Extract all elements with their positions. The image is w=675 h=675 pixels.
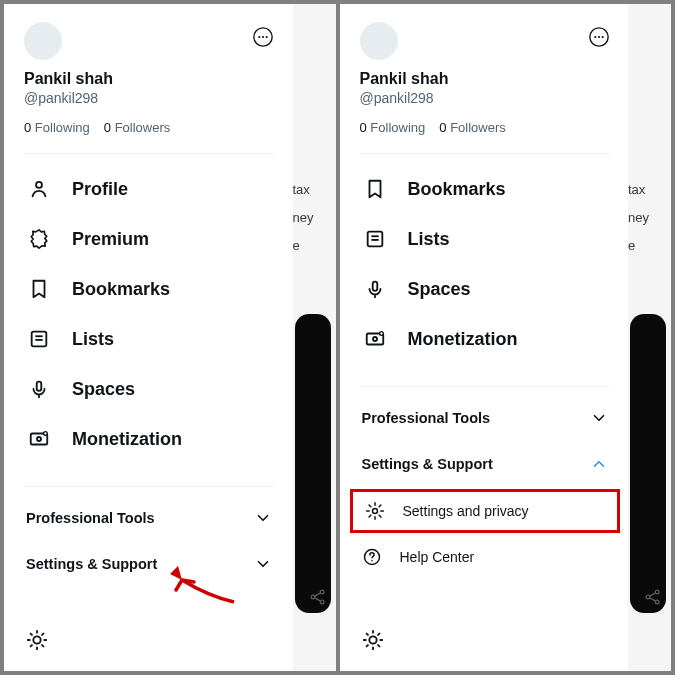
share-icon — [643, 587, 663, 607]
mic-icon — [364, 278, 386, 300]
avatar[interactable] — [24, 22, 62, 60]
chevron-down-icon — [254, 555, 272, 573]
chevron-down-icon — [254, 509, 272, 527]
svg-point-2 — [262, 36, 264, 38]
menu-item-bookmarks[interactable]: Bookmarks — [4, 264, 294, 314]
section-label: Professional Tools — [26, 510, 155, 526]
svg-point-39 — [371, 560, 373, 562]
secondary-sections: Professional Tools Settings & Support Se… — [340, 393, 630, 581]
list-icon — [364, 228, 386, 250]
settings-and-privacy[interactable]: Settings and privacy — [350, 489, 620, 533]
svg-line-52 — [650, 593, 656, 596]
menu-item-spaces[interactable]: Spaces — [4, 364, 294, 414]
display-name[interactable]: Pankil shah — [24, 70, 274, 88]
nav-drawer: Pankil shah @pankil298 0 Following 0 Fol… — [340, 4, 630, 671]
following-link[interactable]: 0 Following — [360, 120, 426, 135]
help-center[interactable]: Help Center — [340, 535, 630, 579]
user-handle: @pankil298 — [24, 90, 274, 106]
section-label: Professional Tools — [362, 410, 491, 426]
section-settings-support[interactable]: Settings & Support — [4, 541, 294, 587]
bg-text-fragment: tax — [628, 176, 671, 204]
follow-stats: 0 Following 0 Followers — [360, 120, 610, 135]
menu-label: Premium — [72, 229, 149, 250]
following-link[interactable]: 0 Following — [24, 120, 90, 135]
svg-point-35 — [372, 337, 376, 341]
display-name[interactable]: Pankil shah — [360, 70, 610, 88]
drawer-header: Pankil shah @pankil298 0 Following 0 Fol… — [4, 22, 294, 135]
followers-link[interactable]: 0 Followers — [104, 120, 170, 135]
svg-line-48 — [378, 634, 379, 635]
chevron-down-icon — [590, 409, 608, 427]
section-settings-support[interactable]: Settings & Support — [340, 441, 630, 487]
divider — [24, 486, 274, 487]
menu-label: Spaces — [408, 279, 471, 300]
svg-point-23 — [320, 600, 324, 604]
mic-icon — [28, 378, 50, 400]
svg-point-11 — [44, 432, 48, 436]
primary-menu: Profile Premium Bookmarks Lists Spaces M… — [4, 160, 294, 468]
menu-label: Lists — [408, 229, 450, 250]
help-icon — [362, 547, 382, 567]
svg-point-10 — [37, 437, 41, 441]
menu-label: Profile — [72, 179, 128, 200]
more-circle-icon — [252, 26, 274, 48]
menu-label: Bookmarks — [408, 179, 506, 200]
svg-line-53 — [650, 598, 656, 601]
divider — [24, 153, 274, 154]
svg-point-4 — [36, 182, 42, 188]
svg-point-3 — [266, 36, 268, 38]
avatar[interactable] — [360, 22, 398, 60]
theme-toggle[interactable] — [340, 621, 630, 661]
svg-point-36 — [379, 332, 383, 336]
background-content: tax ney e — [628, 4, 671, 671]
share-icon — [308, 587, 328, 607]
menu-item-bookmarks[interactable]: Bookmarks — [340, 164, 630, 214]
svg-point-21 — [311, 595, 315, 599]
svg-point-37 — [372, 509, 377, 514]
bg-text-fragment: e — [628, 232, 671, 260]
primary-menu: Bookmarks Lists Spaces Monetization — [340, 160, 630, 368]
more-accounts-button[interactable] — [252, 26, 274, 48]
svg-line-20 — [42, 634, 43, 635]
more-accounts-button[interactable] — [588, 26, 610, 48]
background-content: tax ney e — [293, 4, 336, 671]
menu-label: Bookmarks — [72, 279, 170, 300]
bookmark-icon — [364, 178, 386, 200]
svg-point-50 — [655, 590, 659, 594]
sun-icon — [26, 637, 48, 654]
menu-item-monetization[interactable]: Monetization — [4, 414, 294, 464]
menu-item-monetization[interactable]: Monetization — [340, 314, 630, 364]
svg-point-40 — [369, 636, 376, 643]
svg-point-12 — [33, 636, 40, 643]
gear-icon — [365, 501, 385, 521]
badge-icon — [28, 228, 50, 250]
bg-text-fragment: ney — [628, 204, 671, 232]
svg-line-47 — [366, 645, 367, 646]
followers-link[interactable]: 0 Followers — [439, 120, 505, 135]
bg-text-fragment: e — [293, 232, 336, 260]
menu-item-spaces[interactable]: Spaces — [340, 264, 630, 314]
svg-line-17 — [31, 634, 32, 635]
money-icon — [28, 428, 50, 450]
menu-item-lists[interactable]: Lists — [4, 314, 294, 364]
list-icon — [28, 328, 50, 350]
screenshot-left: Pankil shah @pankil298 0 Following 0 Fol… — [4, 4, 336, 671]
bookmark-icon — [28, 278, 50, 300]
screenshot-right: Pankil shah @pankil298 0 Following 0 Fol… — [340, 4, 672, 671]
money-icon — [364, 328, 386, 350]
menu-label: Lists — [72, 329, 114, 350]
theme-toggle[interactable] — [4, 621, 294, 661]
section-professional-tools[interactable]: Professional Tools — [340, 395, 630, 441]
svg-line-19 — [31, 645, 32, 646]
menu-item-premium[interactable]: Premium — [4, 214, 294, 264]
section-label: Settings & Support — [26, 556, 157, 572]
menu-item-profile[interactable]: Profile — [4, 164, 294, 214]
menu-item-lists[interactable]: Lists — [340, 214, 630, 264]
svg-rect-8 — [37, 382, 42, 391]
section-professional-tools[interactable]: Professional Tools — [4, 495, 294, 541]
svg-point-1 — [258, 36, 260, 38]
svg-line-25 — [314, 598, 320, 601]
user-handle: @pankil298 — [360, 90, 610, 106]
svg-line-24 — [314, 593, 320, 596]
svg-line-46 — [378, 645, 379, 646]
